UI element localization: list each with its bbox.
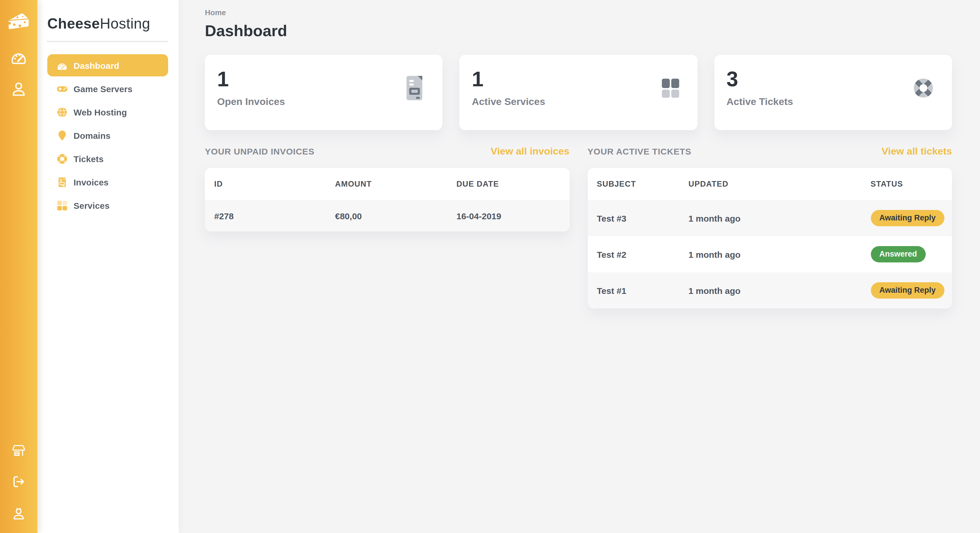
app-window: CheeseHosting Dashboard [0,0,980,533]
invoices-table-header: ID AMOUNT DUE DATE [205,168,570,200]
invoices-table: ID AMOUNT DUE DATE #278 €80,00 16-04-201… [205,168,570,232]
sidebar-item-label: Tickets [73,154,103,163]
map-marker-icon [56,129,68,141]
active-tickets-section: YOUR ACTIVE TICKETS View all tickets SUB… [587,146,952,308]
column-header-subject: SUBJECT [597,179,689,188]
grid-icon [655,73,684,105]
stat-label: Active Services [472,96,545,108]
ticket-updated: 1 month ago [689,249,870,259]
unpaid-invoices-title: YOUR UNPAID INVOICES [205,146,315,156]
stat-value: 3 [726,68,793,91]
sidebar-item-label: Domains [73,130,111,140]
sidebar-item-label: Game Servers [73,84,132,94]
invoice-amount: €80,00 [335,211,457,221]
main-content: Home Dashboard 1 Open Invoices [178,0,980,533]
user-icon[interactable] [7,77,30,100]
ticket-row[interactable]: Test #3 1 month ago Awaiting Reply [587,200,952,236]
sidebar-menu: Dashboard Game Servers [37,42,178,217]
sidebar-item-label: Web Hosting [73,107,127,117]
sidebar-item-game-servers[interactable]: Game Servers [47,78,168,100]
stat-card-active-services: 1 Active Services [460,55,697,130]
support-agent-icon[interactable] [7,501,30,525]
sidebar-item-tickets[interactable]: Tickets [47,148,168,170]
invoice-id: #278 [214,211,335,221]
sidebar: CheeseHosting Dashboard [37,0,178,533]
stat-card-open-invoices: 1 Open Invoices [205,55,443,130]
stat-value: 1 [472,68,545,91]
invoice-due-date: 16-04-2019 [457,211,570,221]
column-header-updated: UPDATED [689,179,870,188]
column-header-due-date: DUE DATE [457,179,570,188]
life-ring-icon [56,152,68,165]
ticket-subject: Test #2 [597,249,689,259]
unpaid-invoices-section: YOUR UNPAID INVOICES View all invoices I… [205,146,570,308]
globe-icon [56,106,68,118]
column-header-id: ID [214,179,335,188]
invoice-icon [401,73,430,105]
stats-row: 1 Open Invoices [205,55,952,130]
sidebar-item-invoices[interactable]: Invoices [47,171,168,193]
ticket-subject: Test #1 [597,286,689,295]
brand-logo: CheeseHosting [37,0,178,32]
store-icon[interactable] [7,439,30,462]
cheese-logo-icon[interactable] [7,10,30,33]
dashboard-gauge-icon[interactable] [7,46,30,69]
stat-value: 1 [217,68,285,91]
view-all-invoices-link[interactable]: View all invoices [491,146,570,157]
sidebar-item-web-hosting[interactable]: Web Hosting [47,101,168,123]
file-invoice-icon [56,176,68,188]
tickets-table-header: SUBJECT UPDATED STATUS [587,168,952,200]
icon-rail [0,0,37,533]
breadcrumb[interactable]: Home [205,8,952,17]
ticket-updated: 1 month ago [689,213,870,223]
sidebar-item-label: Services [73,200,110,210]
active-tickets-title: YOUR ACTIVE TICKETS [587,146,691,156]
page-title: Dashboard [205,21,952,41]
lifebuoy-icon [908,72,939,106]
gamepad-icon [56,82,68,95]
sign-out-icon[interactable] [7,470,30,493]
status-badge: Awaiting Reply [870,282,944,298]
status-badge: Answered [870,246,926,262]
sections-row: YOUR UNPAID INVOICES View all invoices I… [205,146,952,308]
brand-light: Hosting [100,15,150,32]
column-header-status: STATUS [870,179,952,188]
invoice-row[interactable]: #278 €80,00 16-04-2019 [205,200,570,232]
sidebar-item-services[interactable]: Services [47,194,168,216]
stat-label: Open Invoices [217,96,285,108]
sidebar-item-dashboard[interactable]: Dashboard [47,54,168,76]
ticket-subject: Test #3 [597,213,689,223]
view-all-tickets-link[interactable]: View all tickets [881,146,952,157]
sidebar-item-label: Invoices [73,177,108,187]
gauge-icon [56,59,68,71]
tickets-table: SUBJECT UPDATED STATUS Test #3 1 month a… [587,168,952,308]
sidebar-item-label: Dashboard [73,60,119,70]
ticket-updated: 1 month ago [689,286,870,295]
ticket-row[interactable]: Test #2 1 month ago Answered [587,236,952,272]
brand-bold: Cheese [47,15,100,32]
ticket-row[interactable]: Test #1 1 month ago Awaiting Reply [587,272,952,308]
sidebar-item-domains[interactable]: Domains [47,124,168,146]
column-header-amount: AMOUNT [335,179,457,188]
stat-label: Active Tickets [726,96,793,108]
stat-card-active-tickets: 3 Active Tickets [714,55,952,130]
grid-icon [56,199,68,211]
status-badge: Awaiting Reply [870,210,944,226]
